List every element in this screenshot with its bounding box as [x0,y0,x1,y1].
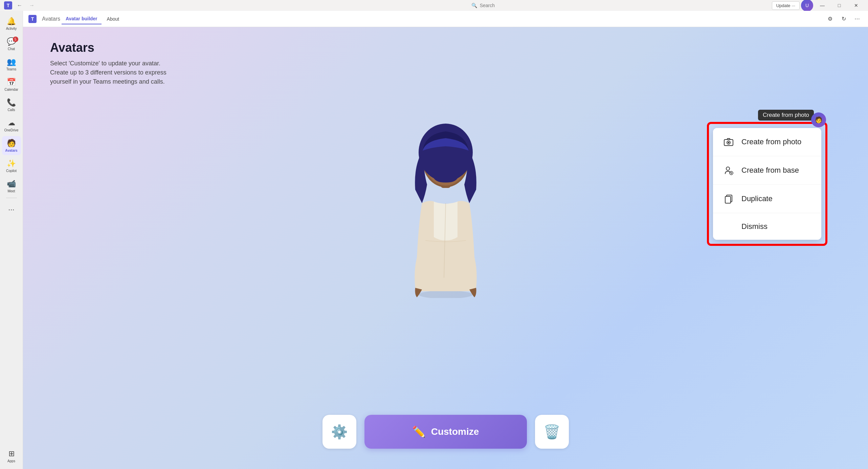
update-label: Update ··· [776,3,795,8]
context-menu: Create from photo [713,128,821,240]
settings-button[interactable]: ⚙️ [322,415,356,449]
sidebar-item-meet[interactable]: 📹 Meet [2,177,21,196]
sidebar-item-avatars[interactable]: 🧑 Avatars [2,136,21,155]
desc-line3: yourself in your Teams meetings and call… [50,77,226,86]
chat-badge: 5 [13,37,18,42]
refresh-action-btn[interactable]: ↻ [838,14,849,24]
settings-action-btn[interactable]: ⚙ [825,14,836,24]
app-logo: T [28,15,37,23]
svg-rect-24 [725,196,731,203]
avatars-icon: 🧑 [7,139,16,148]
menu-item-label: Duplicate [741,194,773,203]
tooltip-avatar-icon: 🧑 [811,112,826,127]
page-title-area: Avatars Select 'Customize' to update you… [23,27,868,94]
apps-icon: ⊞ [8,449,15,458]
sidebar-item-label: Avatars [5,149,17,152]
meet-icon: 📹 [7,179,16,188]
copilot-icon: ✨ [7,159,16,168]
customize-label: Customize [431,426,479,437]
main-content: T Avatars Avatar builder About ⚙ ↻ ⋯ [23,11,868,469]
more-icon: ··· [8,205,14,214]
sidebar-item-label: Copilot [6,169,17,173]
update-button[interactable]: Update ··· [772,1,800,10]
settings-icon: ⚙️ [331,424,348,440]
desc-line2: Create up to 3 different versions to exp… [50,68,226,77]
tab-label: Avatar builder [66,16,97,21]
app-nav: Avatars Avatar builder About [42,14,123,24]
red-outline-highlight: Create from photo 🧑 [707,122,827,246]
menu-item-label: Create from photo [741,137,801,146]
menu-item-create-from-photo[interactable]: Create from photo [713,128,821,156]
tab-label: About [107,16,119,22]
delete-button[interactable]: 🗑️ [535,415,569,449]
header-actions: ⚙ ↻ ⋯ [825,14,863,24]
calendar-icon: 📅 [7,78,16,87]
sidebar-separator [6,198,17,198]
page-content: Avatars Select 'Customize' to update you… [23,27,868,469]
sidebar-item-onedrive[interactable]: ☁ OneDrive [2,116,21,135]
svg-point-2 [419,291,473,298]
avatar-svg [395,95,496,298]
page-area: Avatars Select 'Customize' to update you… [23,27,868,469]
sidebar-item-label: Meet [7,189,15,193]
close-button[interactable]: ✕ [848,0,864,11]
menu-item-label: Dismiss [741,222,767,231]
page-description: Select 'Customize' to update your avatar… [50,59,226,86]
desc-line1: Select 'Customize' to update your avatar… [50,59,226,68]
sidebar-item-label: Apps [7,459,15,463]
sidebar-item-calendar[interactable]: 📅 Calendar [2,75,21,94]
sidebar: 🔔 Activity 💬 Chat 5 👥 Teams 📅 Calendar 📞… [0,11,23,469]
sidebar-item-label: Calls [7,108,15,112]
sidebar-item-calls[interactable]: 📞 Calls [2,95,21,114]
title-bar-left: T ← → [4,1,37,10]
title-bar-controls: 🔍 Update ··· U — □ ✕ [466,0,864,12]
svg-point-16 [726,167,730,170]
customize-button[interactable]: ✏️ Customize [364,415,527,449]
sidebar-item-label: Calendar [4,88,18,91]
svg-point-15 [728,142,730,144]
menu-item-label: Create from base [741,166,799,175]
person-settings-icon [722,165,735,175]
sidebar-item-label: Teams [6,67,16,71]
bottom-controls: ⚙️ ✏️ Customize 🗑️ [322,415,569,449]
global-search[interactable]: 🔍 [466,1,567,9]
sidebar-item-apps[interactable]: ⊞ Apps [2,447,21,466]
duplicate-icon [722,194,735,204]
maximize-button[interactable]: □ [831,0,847,11]
page-title: Avatars [50,41,841,55]
menu-item-duplicate[interactable]: Duplicate [713,185,821,213]
context-menu-wrapper: Create from photo 🧑 [707,122,827,246]
app-container: 🔔 Activity 💬 Chat 5 👥 Teams 📅 Calendar 📞… [0,11,868,469]
sidebar-item-more[interactable]: ··· [2,200,21,219]
search-icon: 🔍 [471,3,477,8]
more-action-btn[interactable]: ⋯ [852,14,863,24]
user-avatar[interactable]: U [801,0,813,12]
delete-icon: 🗑️ [543,424,560,440]
svg-text:T: T [7,3,10,8]
sidebar-item-label: Activity [6,27,17,30]
context-menu-tooltip: Create from photo [758,110,814,121]
sidebar-item-label: OneDrive [4,128,18,132]
menu-item-dismiss[interactable]: Dismiss [713,213,821,240]
tab-about[interactable]: About [103,14,124,24]
sidebar-item-chat[interactable]: 💬 Chat 5 [2,35,21,54]
nav-forward-btn[interactable]: → [27,1,37,10]
camera-icon [722,137,735,147]
sidebar-item-activity[interactable]: 🔔 Activity [2,14,21,33]
customize-icon: ✏️ [412,425,426,438]
sidebar-item-teams[interactable]: 👥 Teams [2,55,21,74]
menu-item-create-from-base[interactable]: Create from base [713,156,821,184]
minimize-button[interactable]: — [815,0,830,11]
onedrive-icon: ☁ [8,119,15,127]
breadcrumb-avatars: Avatars [42,16,60,22]
title-bar: T ← → 🔍 Update ··· U — □ ✕ [0,0,868,11]
svg-point-18 [731,172,732,174]
sidebar-item-label: Chat [8,47,15,51]
app-header: T Avatars Avatar builder About ⚙ ↻ ⋯ [23,11,868,27]
activity-icon: 🔔 [7,17,16,26]
tab-avatar-builder[interactable]: Avatar builder [62,14,102,24]
nav-back-btn[interactable]: ← [15,1,24,10]
sidebar-item-copilot[interactable]: ✨ Copilot [2,156,21,175]
calls-icon: 📞 [7,98,16,107]
search-input[interactable] [480,3,562,8]
